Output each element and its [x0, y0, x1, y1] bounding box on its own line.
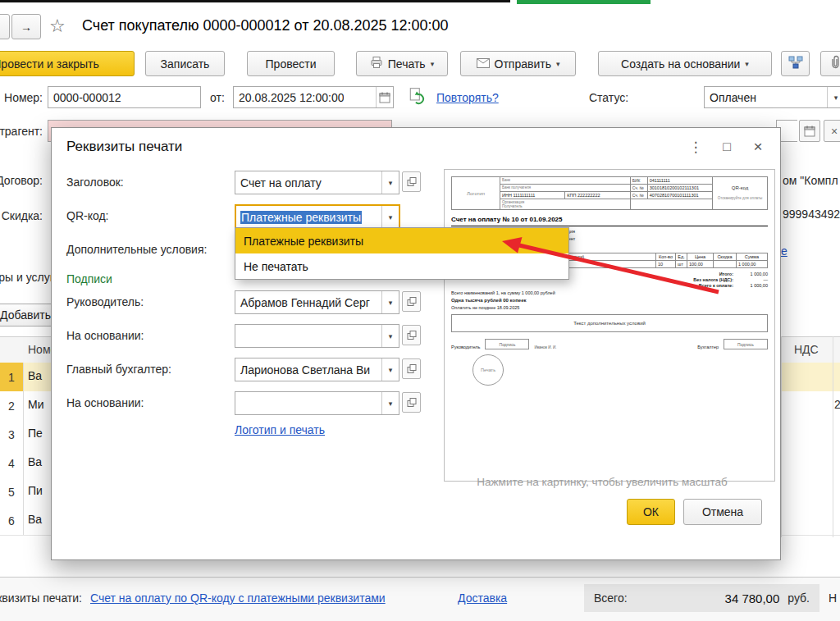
number-label: Номер: — [4, 91, 43, 104]
kebab-menu-button[interactable]: ⋮ — [685, 136, 706, 158]
favorite-star-icon[interactable]: ☆ — [49, 16, 66, 37]
preview-pay-until: Оплатить не позднее 18.09.2025 — [451, 305, 768, 310]
chevron-down-icon[interactable]: ▾ — [381, 291, 399, 313]
preview-qr-title: QR-код — [714, 185, 765, 190]
preview-conditions-box: Текст дополнительных условий — [451, 314, 768, 332]
dropdown-option-no-print[interactable]: Не печатать — [235, 253, 568, 279]
currency-label: руб. — [788, 591, 810, 605]
discount-label: Скидка: — [2, 209, 43, 222]
director-basis-field[interactable]: ▾ — [235, 324, 399, 348]
director-basis-open-list-button[interactable] — [402, 325, 421, 345]
print-button[interactable]: Печать ▾ — [356, 51, 448, 76]
close-icon: × — [753, 138, 762, 156]
chevron-down-icon[interactable]: ▾ — [381, 171, 399, 194]
qr-field-value: Платежные реквизиты — [240, 211, 362, 224]
preview-amount-words: Одна тысяча рублей 00 копеек — [451, 298, 768, 303]
chevron-down-icon[interactable]: ▾ — [381, 392, 399, 414]
preview-logo-cell: Логотип — [452, 177, 500, 210]
delivery-link[interactable]: Доставка — [458, 591, 507, 605]
structure-icon — [788, 56, 803, 71]
director-basis-label: На основании: — [66, 329, 144, 342]
preview-col: Сумма — [737, 253, 768, 261]
preview-total-value: 1 000,00 — [733, 272, 768, 276]
preview-total-label: Итого: — [719, 272, 733, 276]
preview-sig-director: Руководитель — [451, 345, 480, 349]
maximize-button[interactable]: □ — [716, 136, 737, 158]
preview-bank-table: Логотип Банк БИК 041111111 QR-код Отскан… — [451, 176, 768, 210]
grid-line — [833, 336, 833, 537]
nav-back-button[interactable]: ← — [0, 14, 10, 39]
header-label: Заголовок: — [66, 176, 124, 189]
preview-org-cell: Организация Получатель — [500, 199, 631, 210]
chevron-down-icon[interactable]: ▾ — [381, 206, 399, 228]
print-details-link[interactable]: Счет на оплату по QR-коду с платежными р… — [90, 591, 386, 605]
due-date-calendar-button[interactable] — [799, 120, 820, 142]
maximize-icon: □ — [723, 139, 731, 154]
post-button[interactable]: Провести — [247, 51, 335, 76]
row-vat-fragment: 2 — [834, 398, 840, 411]
cancel-button[interactable]: Отмена — [683, 499, 762, 525]
preview-col: Кол-во — [656, 253, 676, 261]
row-name: Пе — [28, 427, 43, 440]
chevron-down-icon[interactable]: ▾ — [381, 358, 399, 381]
accountant-open-list-button[interactable] — [402, 358, 421, 379]
counterparty-value-fragment: ом "Компл — [783, 174, 838, 187]
create-based-on-button[interactable]: Создать на основании ▾ — [598, 51, 772, 76]
preview-doc-title: Счет на оплату № 10 от 01.09.2025 — [451, 216, 768, 226]
preview-acc2: 40702810700101111301 — [647, 192, 712, 199]
preview-qr-cell: QR-код Отсканируйте для оплаты — [713, 177, 768, 210]
dropdown-option-payment-details[interactable]: Платежные реквизиты — [235, 228, 568, 253]
row-name: Ва — [28, 513, 42, 526]
preview-cell: шт — [676, 261, 687, 268]
chevron-down-icon: ▾ — [431, 60, 435, 68]
header-field[interactable]: Счет на оплату ▾ — [235, 171, 399, 194]
repeat-doc-icon[interactable] — [408, 87, 426, 107]
accountant-basis-open-list-button[interactable] — [402, 392, 421, 413]
nav-forward-button[interactable]: → — [11, 14, 41, 39]
accountant-basis-field[interactable]: ▾ — [235, 391, 399, 415]
preview-corr-acc: 30101810200102111301 — [647, 185, 712, 192]
post-and-close-button[interactable]: Провести и закрыть — [0, 51, 135, 76]
attachments-button[interactable] — [820, 51, 840, 76]
page-title: Счет покупателю 0000-000012 от 20.08.202… — [82, 17, 449, 34]
accountant-basis-label: На основании: — [66, 396, 144, 409]
preview-bank-name: Банк — [500, 177, 631, 185]
footer-bar: Реквизиты печати: Счет на оплату по QR-к… — [0, 577, 840, 621]
post-and-close-label: Провести и закрыть — [0, 57, 99, 71]
accountant-field[interactable]: Ларионова Светлана Ви ▾ — [235, 358, 399, 381]
chevron-down-icon[interactable]: ▾ — [381, 325, 399, 347]
preview-bank-recipient: Банк получателя — [500, 185, 631, 192]
close-button[interactable]: × — [747, 136, 769, 158]
chevron-down-icon: ▾ — [745, 60, 749, 68]
row-number: 2 — [0, 391, 24, 420]
print-details-dialog: Реквизиты печати ⋮ □ × Заголовок: Счет н… — [51, 127, 781, 560]
preview-cell — [714, 261, 737, 268]
send-button[interactable]: Отправить ▾ — [460, 51, 576, 76]
link-fragment[interactable]: е — [781, 244, 788, 258]
chevron-down-icon[interactable]: ▾ — [827, 87, 840, 107]
preview-novat-value: — — [733, 277, 768, 282]
structure-button[interactable] — [781, 51, 810, 76]
director-field[interactable]: Абрамов Геннадий Серг ▾ — [235, 290, 399, 314]
number-input[interactable]: 0000-000012 — [48, 86, 201, 108]
status-select[interactable]: Оплачен ▾ — [704, 86, 840, 108]
invoice-preview[interactable]: Логотип Банк БИК 041111111 QR-код Отскан… — [444, 169, 775, 482]
status-label: Статус: — [589, 91, 628, 104]
qr-dropdown: Платежные реквизиты Не печатать — [235, 227, 569, 280]
date-input[interactable]: 20.08.2025 12:00:00 — [233, 86, 394, 108]
total-panel: Всего: 34 780,00 руб. — [584, 584, 819, 612]
header-open-list-button[interactable] — [402, 171, 421, 192]
calendar-icon[interactable] — [376, 87, 393, 107]
repeat-link[interactable]: Повторять? — [436, 91, 499, 104]
counterparty-label: Контрагент: — [0, 125, 43, 138]
clear-field-button[interactable]: × — [824, 120, 840, 142]
row-name: Ми — [28, 398, 43, 411]
logo-stamp-link[interactable]: Логотип и печать — [235, 423, 325, 436]
preview-sig-accountant: Бухгалтер — [697, 345, 719, 349]
write-button[interactable]: Записать — [145, 51, 225, 76]
ok-button[interactable]: ОК — [627, 499, 675, 525]
director-open-list-button[interactable] — [402, 291, 421, 312]
preview-due-label: Всего к оплате: — [699, 283, 733, 288]
signatures-header: Подписи — [66, 272, 112, 285]
qr-field[interactable]: Платежные реквизиты ▾ — [235, 204, 400, 230]
